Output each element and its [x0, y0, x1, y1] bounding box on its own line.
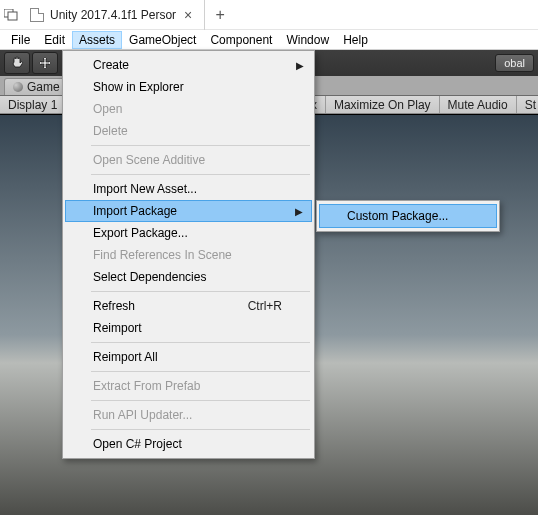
svg-rect-1 — [8, 12, 17, 20]
window-system-icon — [0, 9, 22, 21]
menu-item-label: Refresh — [93, 299, 135, 313]
assets_menu-item: Find References In Scene — [65, 244, 312, 266]
move-tool-button[interactable] — [32, 52, 58, 74]
maximize-on-play-toggle[interactable]: Maximize On Play — [325, 96, 439, 113]
menu-separator — [91, 342, 310, 343]
menu-help[interactable]: Help — [336, 31, 375, 49]
import_package_submenu-item[interactable]: Custom Package... — [319, 204, 497, 228]
hand-icon — [10, 56, 24, 70]
menu-item-label: Import New Asset... — [93, 182, 197, 196]
tab-game-label: Game — [27, 80, 60, 94]
assets_menu-item: Run API Updater... — [65, 404, 312, 426]
assets_menu-item[interactable]: Import New Asset... — [65, 178, 312, 200]
submenu-arrow-icon: ▶ — [295, 206, 303, 217]
menu-separator — [91, 371, 310, 372]
assets_menu-item[interactable]: RefreshCtrl+R — [65, 295, 312, 317]
menu-bar: File Edit Assets GameObject Component Wi… — [0, 30, 538, 50]
menu-item-label: Custom Package... — [347, 209, 448, 223]
menu-item-label: Extract From Prefab — [93, 379, 200, 393]
menu-assets[interactable]: Assets — [72, 31, 122, 49]
assets_menu-item: Open — [65, 98, 312, 120]
toolbar-space-label[interactable]: obal — [495, 54, 534, 72]
menu-item-label: Open — [93, 102, 122, 116]
menu-shortcut: Ctrl+R — [248, 299, 282, 313]
close-tab-button[interactable]: × — [182, 7, 194, 23]
menu-item-label: Import Package — [93, 204, 177, 218]
menu-item-label: Reimport — [93, 321, 142, 335]
mute-audio-toggle[interactable]: Mute Audio — [439, 96, 516, 113]
menu-file[interactable]: File — [4, 31, 37, 49]
menu-item-label: Open Scene Additive — [93, 153, 205, 167]
assets_menu-item: Open Scene Additive — [65, 149, 312, 171]
window-title: Unity 2017.4.1f1 Persor — [50, 8, 176, 22]
game-icon — [13, 82, 23, 92]
hand-tool-button[interactable] — [4, 52, 30, 74]
menu-separator — [91, 174, 310, 175]
assets_menu-item[interactable]: Import Package▶ — [65, 200, 312, 222]
assets_menu-item[interactable]: Select Dependencies — [65, 266, 312, 288]
title-bar: Unity 2017.4.1f1 Persor × + — [0, 0, 538, 30]
menu-item-label: Export Package... — [93, 226, 188, 240]
menu-item-label: Find References In Scene — [93, 248, 232, 262]
submenu-arrow-icon: ▶ — [296, 60, 304, 71]
window-tab[interactable]: Unity 2017.4.1f1 Persor × — [22, 0, 205, 30]
assets_menu-item[interactable]: Reimport — [65, 317, 312, 339]
menu-item-label: Create — [93, 58, 129, 72]
new-tab-button[interactable]: + — [205, 6, 235, 24]
display-dropdown[interactable]: Display 1 — [0, 96, 66, 113]
menu-item-label: Show in Explorer — [93, 80, 184, 94]
move-icon — [38, 56, 52, 70]
menu-separator — [91, 145, 310, 146]
menu-item-label: Open C# Project — [93, 437, 182, 451]
tab-game[interactable]: Game — [4, 78, 69, 95]
menu-item-label: Run API Updater... — [93, 408, 192, 422]
assets_menu-item: Extract From Prefab — [65, 375, 312, 397]
document-icon — [30, 8, 44, 22]
assets-dropdown-menu: Create▶Show in ExplorerOpenDeleteOpen Sc… — [62, 50, 315, 459]
assets_menu-item: Delete — [65, 120, 312, 142]
menu-separator — [91, 429, 310, 430]
menu-component[interactable]: Component — [203, 31, 279, 49]
truncated-toggle[interactable]: St — [516, 96, 538, 113]
menu-gameobject[interactable]: GameObject — [122, 31, 203, 49]
menu-window[interactable]: Window — [279, 31, 336, 49]
assets_menu-item[interactable]: Reimport All — [65, 346, 312, 368]
menu-separator — [91, 291, 310, 292]
assets_menu-item[interactable]: Show in Explorer — [65, 76, 312, 98]
menu-separator — [91, 400, 310, 401]
assets_menu-item[interactable]: Create▶ — [65, 54, 312, 76]
assets_menu-item[interactable]: Export Package... — [65, 222, 312, 244]
menu-item-label: Delete — [93, 124, 128, 138]
menu-item-label: Reimport All — [93, 350, 158, 364]
menu-edit[interactable]: Edit — [37, 31, 72, 49]
menu-item-label: Select Dependencies — [93, 270, 206, 284]
import-package-submenu: Custom Package... — [316, 200, 500, 232]
assets_menu-item[interactable]: Open C# Project — [65, 433, 312, 455]
